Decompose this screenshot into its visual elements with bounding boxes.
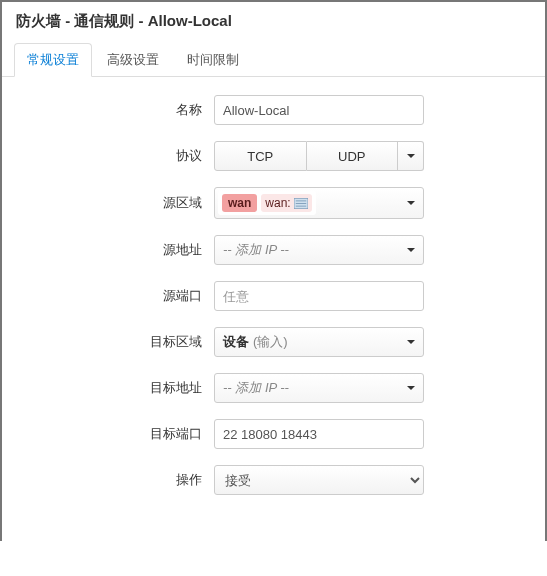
dst-addr-select[interactable]: -- 添加 IP -- bbox=[214, 373, 424, 403]
protocol-dropdown-button[interactable] bbox=[398, 141, 424, 171]
tabs: 常规设置 高级设置 时间限制 bbox=[2, 43, 545, 77]
dst-zone-input-text: (输入) bbox=[253, 333, 288, 351]
src-addr-select[interactable]: -- 添加 IP -- bbox=[214, 235, 424, 265]
label-dst-port: 目标端口 bbox=[16, 425, 214, 443]
label-dst-zone: 目标区域 bbox=[16, 333, 214, 351]
label-dst-addr: 目标地址 bbox=[16, 379, 214, 397]
network-icon bbox=[294, 198, 308, 209]
protocol-group: TCP UDP bbox=[214, 141, 424, 171]
zone-badge-wan-detail: wan: bbox=[261, 194, 311, 212]
label-src-port: 源端口 bbox=[16, 287, 214, 305]
page-title: 防火墙 - 通信规则 - Allow-Local bbox=[2, 2, 545, 43]
action-select[interactable]: 接受 bbox=[214, 465, 424, 495]
tab-time[interactable]: 时间限制 bbox=[174, 43, 252, 77]
caret-down-icon bbox=[407, 248, 415, 252]
protocol-tcp-button[interactable]: TCP bbox=[214, 141, 307, 171]
zone-badge-wan-text: wan: bbox=[265, 196, 290, 210]
caret-down-icon bbox=[407, 154, 415, 158]
src-zone-chip: wan wan: bbox=[218, 191, 316, 215]
tab-advanced[interactable]: 高级设置 bbox=[94, 43, 172, 77]
dst-addr-placeholder: -- 添加 IP -- bbox=[223, 379, 289, 397]
form: 名称 协议 TCP UDP 源区域 wan wan: bbox=[2, 95, 545, 541]
label-name: 名称 bbox=[16, 101, 214, 119]
dst-zone-select[interactable]: 设备 (输入) bbox=[214, 327, 424, 357]
caret-down-icon bbox=[407, 201, 415, 205]
label-protocol: 协议 bbox=[16, 147, 214, 165]
src-zone-select[interactable]: wan wan: bbox=[214, 187, 424, 219]
src-port-input[interactable] bbox=[214, 281, 424, 311]
tab-general[interactable]: 常规设置 bbox=[14, 43, 92, 77]
dst-zone-device-text: 设备 bbox=[223, 333, 249, 351]
label-action: 操作 bbox=[16, 471, 214, 489]
caret-down-icon bbox=[407, 340, 415, 344]
label-src-zone: 源区域 bbox=[16, 194, 214, 212]
src-addr-placeholder: -- 添加 IP -- bbox=[223, 241, 289, 259]
caret-down-icon bbox=[407, 386, 415, 390]
protocol-udp-button[interactable]: UDP bbox=[307, 141, 399, 171]
label-src-addr: 源地址 bbox=[16, 241, 214, 259]
name-input[interactable] bbox=[214, 95, 424, 125]
dst-port-input[interactable] bbox=[214, 419, 424, 449]
zone-badge-wan: wan bbox=[222, 194, 257, 212]
